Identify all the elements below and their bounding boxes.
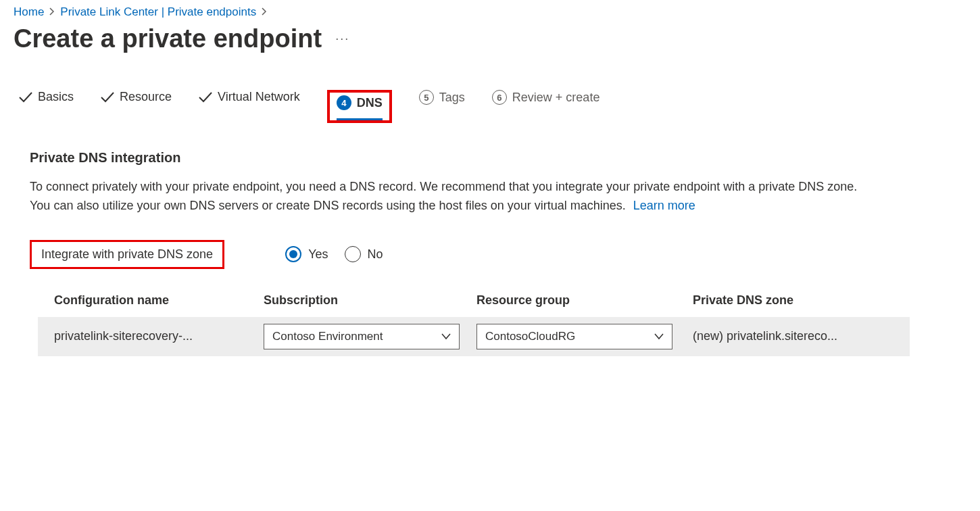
highlight-dns-tab: 4 DNS (327, 90, 392, 123)
page-title: Create a private endpoint (14, 24, 322, 53)
radio-unchecked-icon (345, 246, 361, 262)
resource-group-select-value: ContosoCloudRG (485, 330, 575, 343)
radio-yes-label: Yes (308, 247, 328, 262)
breadcrumb: Home Private Link Center | Private endpo… (14, 5, 966, 19)
step-number-badge: 4 (337, 95, 351, 110)
check-icon (199, 92, 212, 103)
tab-review-label: Review + create (512, 91, 600, 105)
tab-dns-label: DNS (357, 96, 383, 110)
subscription-select-value: Contoso Environment (272, 330, 383, 343)
chevron-down-icon (441, 333, 451, 340)
tab-review-create[interactable]: 6 Review + create (492, 90, 600, 113)
chevron-right-icon (49, 7, 55, 18)
dns-zone-table: Configuration name Subscription Resource… (38, 293, 910, 356)
chevron-right-icon (262, 7, 267, 18)
breadcrumb-home-link[interactable]: Home (14, 5, 44, 19)
more-actions-button[interactable]: ··· (335, 32, 349, 46)
tab-resource-label: Resource (120, 90, 172, 104)
check-icon (101, 92, 114, 103)
subscription-select[interactable]: Contoso Environment (264, 324, 460, 349)
wizard-tabs: Basics Resource Virtual Network 4 DNS 5 … (14, 87, 966, 123)
tab-basics[interactable]: Basics (19, 90, 74, 112)
radio-yes[interactable]: Yes (285, 246, 328, 262)
tab-basics-label: Basics (38, 90, 74, 104)
tab-resource[interactable]: Resource (101, 90, 172, 112)
integrate-dns-label: Integrate with private DNS zone (30, 240, 224, 269)
integrate-dns-radio-group: Yes No (285, 246, 383, 262)
section-title-dns: Private DNS integration (30, 150, 906, 166)
chevron-down-icon (654, 333, 664, 340)
step-number-badge: 5 (419, 90, 434, 105)
section-description-text: To connect privately with your private e… (30, 180, 857, 212)
tab-virtual-network[interactable]: Virtual Network (199, 90, 300, 112)
section-description: To connect privately with your private e… (30, 178, 868, 216)
tab-tags[interactable]: 5 Tags (419, 90, 465, 113)
cell-private-dns-zone: (new) privatelink.sitereco... (693, 329, 893, 343)
table-header-row: Configuration name Subscription Resource… (38, 293, 910, 317)
radio-checked-icon (285, 246, 301, 262)
tab-dns[interactable]: 4 DNS (337, 95, 383, 120)
learn-more-link[interactable]: Learn more (633, 199, 695, 212)
step-number-badge: 6 (492, 90, 507, 105)
col-resource-group: Resource group (476, 293, 693, 308)
tab-tags-label: Tags (439, 91, 465, 105)
cell-configuration-name: privatelink-siterecovery-... (54, 329, 264, 343)
col-subscription: Subscription (264, 293, 476, 308)
table-row: privatelink-siterecovery-... Contoso Env… (38, 317, 910, 356)
resource-group-select[interactable]: ContosoCloudRG (476, 324, 672, 349)
col-configuration-name: Configuration name (54, 293, 264, 308)
radio-no-label: No (368, 247, 383, 262)
tab-vnet-label: Virtual Network (218, 90, 300, 104)
col-private-dns-zone: Private DNS zone (693, 293, 893, 308)
radio-no[interactable]: No (345, 246, 383, 262)
breadcrumb-center-link[interactable]: Private Link Center | Private endpoints (60, 5, 256, 19)
check-icon (19, 92, 32, 103)
